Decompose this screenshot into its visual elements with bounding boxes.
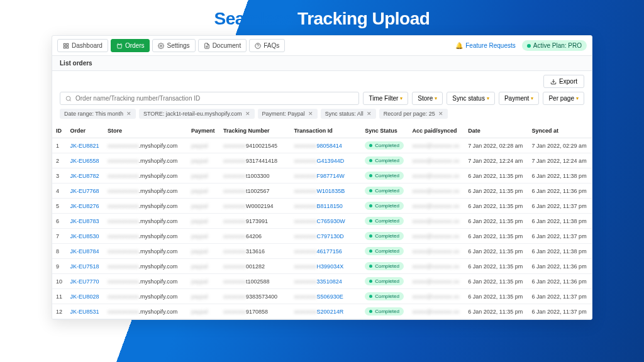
- txn-prefix-blur: xxxxxxxx: [294, 188, 317, 194]
- cell-sync-status: Completed: [361, 199, 408, 214]
- store-prefix-blur: xxxxxxxxxxx: [108, 309, 139, 315]
- cell-store: xxxxxxxxxxx.myshopify.com: [104, 153, 187, 168]
- status-dot: [369, 174, 372, 177]
- store-prefix-blur: xxxxxxxxxxx: [108, 278, 139, 285]
- chip-remove-icon[interactable]: ✕: [308, 111, 313, 117]
- cell-transaction[interactable]: xxxxxxxxF987714W: [291, 168, 362, 184]
- cell-order[interactable]: JK-EU8784: [67, 244, 104, 259]
- cell-transaction[interactable]: xxxxxxxxS506930E: [291, 289, 362, 304]
- acc-blur: xxxxx@xxxxxxx.xx: [413, 293, 460, 300]
- cell-acc: xxxxx@xxxxxxx.xx: [409, 289, 465, 304]
- tab-orders-label: Orders: [125, 42, 145, 49]
- cell-store: xxxxxxxxxxx.myshopify.com: [104, 168, 187, 184]
- cell-store: xxxxxxxxxxx.myshopify.com: [104, 229, 187, 244]
- tab-orders[interactable]: Orders: [111, 39, 150, 52]
- status-completed-badge: Completed: [365, 141, 404, 150]
- txn-prefix-blur: xxxxxxxx: [294, 263, 317, 270]
- cell-transaction[interactable]: xxxxxxxx33510824: [291, 274, 362, 289]
- cell-transaction[interactable]: xxxxxxxx46177156: [291, 244, 362, 259]
- cell-order[interactable]: JK-EU8276: [67, 199, 104, 214]
- tracking-prefix-blur: xxxxxxxx: [223, 248, 246, 255]
- filter-chip: STORE: jack1t-retail-eu.myshopify.com✕: [139, 109, 255, 119]
- cell-order[interactable]: JK-EU8821: [67, 138, 104, 153]
- filter-chip: Date range: This month✕: [60, 109, 136, 119]
- chip-remove-icon[interactable]: ✕: [126, 111, 131, 117]
- svg-point-6: [66, 96, 70, 101]
- cell-transaction[interactable]: xxxxxxxxB8118150: [291, 199, 362, 214]
- search-wrap[interactable]: [60, 92, 359, 105]
- cell-order[interactable]: JK-EU6558: [67, 153, 104, 168]
- search-input[interactable]: [75, 95, 353, 102]
- cell-transaction[interactable]: xxxxxxxxS200214R: [291, 304, 362, 319]
- table-row: 11 JK-EU8028 xxxxxxxxxxx.myshopify.com p…: [52, 289, 592, 304]
- cell-order[interactable]: JK-EU7518: [67, 259, 104, 274]
- table-row: 4 JK-EU7768 xxxxxxxxxxx.myshopify.com pa…: [52, 184, 592, 199]
- cell-store: xxxxxxxxxxx.myshopify.com: [104, 244, 187, 259]
- tab-settings[interactable]: Settings: [152, 39, 195, 52]
- export-button[interactable]: Export: [543, 75, 584, 88]
- cell-order[interactable]: JK-EU8531: [67, 304, 104, 319]
- cell-payment: paypal: [187, 244, 219, 259]
- filter-payment-label: Payment: [504, 95, 529, 102]
- feature-requests-link[interactable]: 🔔 Feature Requests: [455, 42, 516, 49]
- status-dot: [369, 310, 372, 313]
- filter-payment[interactable]: Payment▾: [499, 92, 539, 105]
- col-store: Store: [104, 124, 187, 138]
- cell-synced: 6 Jan 2022, 11:37 pm: [528, 304, 592, 319]
- cell-transaction[interactable]: xxxxxxxxG413944D: [291, 153, 362, 168]
- acc-blur: xxxxx@xxxxxxx.xx: [413, 188, 460, 194]
- hero-title: Seamless Tracking Upload: [0, 0, 644, 35]
- status-dot: [369, 250, 372, 253]
- table-row: 9 JK-EU7518 xxxxxxxxxxx.myshopify.com pa…: [52, 259, 592, 274]
- cell-transaction[interactable]: xxxxxxxxW101835B: [291, 184, 362, 199]
- col-order: Order: [67, 124, 104, 138]
- hero-title-part2: Tracking Upload: [297, 9, 430, 28]
- cell-acc: xxxxx@xxxxxxx.xx: [409, 168, 465, 184]
- tab-dashboard[interactable]: Dashboard: [57, 39, 108, 52]
- cell-payment: paypal: [187, 153, 219, 168]
- cell-synced: 6 Jan 2022, 11:37 pm: [528, 289, 592, 304]
- list-title: List orders: [52, 56, 592, 71]
- cell-acc: xxxxx@xxxxxxx.xx: [409, 304, 465, 319]
- cell-transaction[interactable]: xxxxxxxxC797130D: [291, 229, 362, 244]
- settings-icon: [158, 43, 164, 49]
- tab-document[interactable]: Document: [198, 39, 247, 52]
- table-row: 5 JK-EU8276 xxxxxxxxxxx.myshopify.com pa…: [52, 199, 592, 214]
- cell-order[interactable]: JK-EU8530: [67, 229, 104, 244]
- table-row: 10 JK-EU7770 xxxxxxxxxxx.myshopify.com p…: [52, 274, 592, 289]
- filter-chip: Record per page: 25✕: [379, 109, 448, 119]
- cell-order[interactable]: JK-EU8782: [67, 168, 104, 184]
- cell-synced: 6 Jan 2022, 11:38 pm: [528, 168, 592, 184]
- cell-order[interactable]: JK-EU8783: [67, 214, 104, 229]
- txn-prefix-blur: xxxxxxxx: [294, 143, 317, 149]
- cell-transaction[interactable]: xxxxxxxxH399034X: [291, 259, 362, 274]
- cell-tracking: xxxxxxxx313616: [219, 244, 291, 259]
- cell-transaction[interactable]: xxxxxxxx98058414: [291, 138, 362, 153]
- cell-order[interactable]: JK-EU7768: [67, 184, 104, 199]
- txn-prefix-blur: xxxxxxxx: [294, 293, 317, 300]
- cell-transaction[interactable]: xxxxxxxxC765930W: [291, 214, 362, 229]
- acc-blur: xxxxx@xxxxxxx.xx: [413, 233, 460, 239]
- chip-remove-icon[interactable]: ✕: [438, 111, 443, 117]
- store-prefix-blur: xxxxxxxxxxx: [108, 263, 139, 270]
- bell-icon: 🔔: [455, 42, 463, 49]
- col-acc: Acc paid/synced: [409, 124, 465, 138]
- nav-tabs: Dashboard Orders Settings Document FAQs: [57, 39, 285, 52]
- table-row: 2 JK-EU6558 xxxxxxxxxxx.myshopify.com pa…: [52, 153, 592, 168]
- tab-faqs[interactable]: FAQs: [249, 39, 285, 52]
- cell-order[interactable]: JK-EU7770: [67, 274, 104, 289]
- cell-synced: 6 Jan 2022, 11:36 pm: [528, 274, 592, 289]
- chip-remove-icon[interactable]: ✕: [245, 111, 250, 117]
- txn-prefix-blur: xxxxxxxx: [294, 173, 317, 179]
- cell-tracking: xxxxxxxx9317441418: [219, 153, 291, 168]
- cell-payment: paypal: [187, 289, 219, 304]
- cell-order[interactable]: JK-EU8028: [67, 289, 104, 304]
- filter-time[interactable]: Time Filter▾: [363, 92, 408, 105]
- cell-payment: paypal: [187, 304, 219, 319]
- filter-store[interactable]: Store▾: [412, 92, 443, 105]
- table-row: 1 JK-EU8821 xxxxxxxxxxx.myshopify.com pa…: [52, 138, 592, 153]
- filter-sync[interactable]: Sync status▾: [447, 92, 495, 105]
- cell-synced: 6 Jan 2022, 11:38 pm: [528, 244, 592, 259]
- chip-remove-icon[interactable]: ✕: [367, 111, 372, 117]
- filter-perpage[interactable]: Per page▾: [543, 92, 584, 105]
